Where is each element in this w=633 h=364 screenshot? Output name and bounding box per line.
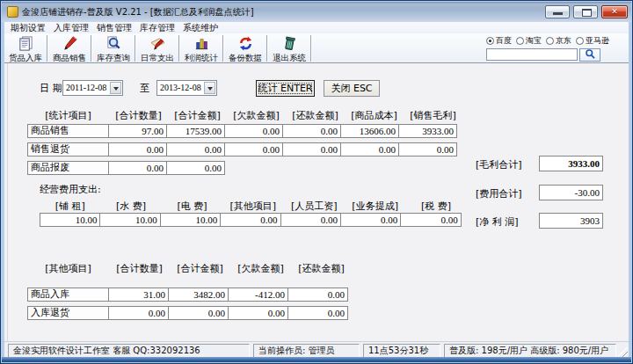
toolbar-exit-button[interactable]: 退出系统 xyxy=(268,33,310,62)
cell: 0.00 xyxy=(220,213,280,227)
date-to-combobox[interactable]: 2013-12-08 xyxy=(156,80,217,96)
toolbar-goods-sale-button[interactable]: 商品销售 xyxy=(48,33,91,62)
table-row-sales: 商品销售 97.00 17539.00 0.00 0.00 13606.00 3… xyxy=(27,124,457,138)
cell: 10.00 xyxy=(160,213,221,227)
summary-table-header: [统计项目] [合计数量] [合计金额] [欠款金额] [还款金额] [商品成本… xyxy=(27,109,462,120)
column-header: [人员工资] xyxy=(284,200,345,211)
status-time: 11点53分31秒 xyxy=(363,344,440,358)
radio-label[interactable]: 淘宝 xyxy=(526,35,542,47)
cell: 0.00 xyxy=(166,161,225,175)
radio-label[interactable]: 京东 xyxy=(556,35,571,47)
minimize-button[interactable] xyxy=(545,5,570,18)
toolbar-button-label: 商品销售 xyxy=(53,53,86,62)
gross-profit-value: 3933.00 xyxy=(539,156,603,171)
menu-item-initial-setup[interactable]: 期初设置 xyxy=(7,22,49,33)
cell: 0.00 xyxy=(287,288,348,302)
radio-label[interactable]: 百度 xyxy=(496,35,512,47)
radio-baidu[interactable] xyxy=(486,37,494,45)
column-header: [还款金额] xyxy=(291,262,352,273)
radio-jd[interactable] xyxy=(546,37,554,45)
toolbar-button-label: 库存查询 xyxy=(97,53,130,62)
toolbar-profit-stats-button[interactable]: 利润统计 xyxy=(180,33,222,62)
toolbar-backup-data-button[interactable]: 备份数据 xyxy=(224,33,266,62)
date-from-value: 2011-12-08 xyxy=(66,83,106,92)
cell: 0.00 xyxy=(398,142,457,157)
statistics-button[interactable]: 统计 ENTER xyxy=(256,80,315,97)
toolbar-button-label: 备份数据 xyxy=(229,53,262,62)
chevron-down-icon[interactable] xyxy=(204,82,215,94)
other-table-header: [其他项目] [合计数量] [合计金额] [欠款金额] [还款金额] xyxy=(27,262,352,273)
cell: 97.00 xyxy=(108,124,167,138)
date-to-value: 2013-12-08 xyxy=(160,83,201,92)
menu-item-sales-mgmt[interactable]: 销售管理 xyxy=(93,22,135,33)
toolbar-button-label: 利润统计 xyxy=(185,53,218,62)
chevron-down-icon[interactable] xyxy=(110,82,121,94)
menu-item-system-maint[interactable]: 系统维护 xyxy=(179,22,222,33)
sync-arrows-icon xyxy=(237,35,254,52)
column-header: [业务提成] xyxy=(345,200,405,211)
toolbar: 货品入库 商品销售 库存查询 日常支出 利润统计 xyxy=(4,33,629,63)
table-row-scrapped: 商品报废 0.00 0.00 xyxy=(27,161,225,175)
close-button[interactable] xyxy=(601,5,628,18)
status-vendor: 金浚实用软件设计工作室 客服 QQ:332092136 xyxy=(8,344,250,358)
cell: 0.00 xyxy=(108,306,169,320)
cell: 0.00 xyxy=(224,124,283,138)
radio-amazon[interactable] xyxy=(576,37,584,45)
row-label: 商品销售 xyxy=(27,124,109,138)
statistics-panel: 日 期 2011-12-08 至 2013-12-08 统计 ENTER 关闭 … xyxy=(4,63,629,341)
search-button[interactable] xyxy=(579,48,600,62)
pencil-icon xyxy=(62,35,78,52)
toolbar-daily-expense-button[interactable]: 日常支出 xyxy=(136,33,178,62)
search-icon xyxy=(585,47,596,63)
toolbar-stock-query-button[interactable]: 库存查询 xyxy=(92,33,135,62)
search-input[interactable] xyxy=(486,48,578,61)
window-title: 金浚店铺进销存-普及版 V2.21 - [数据汇总及利润盘点统计] xyxy=(22,2,254,22)
status-pricing: 普及版: 198元/用户 高级版: 980元/用户 xyxy=(444,344,616,358)
expense-total-label: [费用合计] xyxy=(476,187,522,200)
column-header: [税 费] xyxy=(405,200,466,211)
cell: 0.00 xyxy=(228,306,288,320)
cell: 3482.00 xyxy=(168,288,229,302)
to-label: 至 xyxy=(140,82,149,95)
menu-item-inbound-mgmt[interactable]: 入库管理 xyxy=(50,22,92,33)
column-header: [合计金额] xyxy=(170,262,230,273)
expenses-values-row: 10.00 10.00 10.00 0.00 0.00 0.00 0.00 xyxy=(40,213,462,227)
cell: 17539.00 xyxy=(166,124,225,138)
column-header: [统计项目] xyxy=(27,109,109,120)
expenses-title: 经营费用支出: xyxy=(40,183,101,196)
cell: 0.00 xyxy=(340,213,401,227)
app-icon xyxy=(7,6,18,18)
column-header: [合计数量] xyxy=(109,262,170,273)
table-row-inbound-returns: 入库退货 0.00 0.00 0.00 0.00 xyxy=(27,306,348,320)
radio-label[interactable]: 亚马逊 xyxy=(586,35,609,47)
column-header: [水 费] xyxy=(100,200,161,211)
toolbar-goods-inbound-button[interactable]: 货品入库 xyxy=(4,33,47,62)
cell: -412.00 xyxy=(228,288,288,302)
column-header: [销售毛利] xyxy=(404,109,462,120)
cell: 0.00 xyxy=(280,213,341,227)
toolbar-button-label: 货品入库 xyxy=(9,53,42,62)
table-row-sales-returns: 销售退货 0.00 0.00 0.00 0.00 0.00 0.00 xyxy=(27,142,457,157)
cell: 13606.00 xyxy=(340,124,399,138)
column-header: [合计数量] xyxy=(109,109,168,120)
toolbar-separator xyxy=(310,35,312,62)
cell: 10.00 xyxy=(40,213,100,227)
trash-icon xyxy=(281,35,298,52)
cell: 0.00 xyxy=(282,142,341,157)
column-header: [铺 租] xyxy=(40,200,100,211)
gross-profit-label: [毛利合计] xyxy=(476,158,522,171)
radio-taobao[interactable] xyxy=(516,37,524,45)
row-label: 销售退货 xyxy=(27,142,109,157)
menu-bar: 期初设置 入库管理 销售管理 库存管理 系统维护 xyxy=(4,22,629,33)
column-header: [其他项目] xyxy=(27,262,109,273)
close-esc-button[interactable]: 关闭 ESC xyxy=(324,80,380,97)
cell: 0.00 xyxy=(166,142,225,157)
cell: 0.00 xyxy=(224,142,283,157)
title-bar: 金浚店铺进销存-普及版 V2.21 - [数据汇总及利润盘点统计] xyxy=(2,2,631,22)
menu-item-stock-mgmt[interactable]: 库存管理 xyxy=(136,22,178,33)
restore-button[interactable] xyxy=(573,5,598,18)
column-header: [商品成本] xyxy=(345,109,404,120)
row-label: 商品报废 xyxy=(27,161,109,175)
web-search-group: 百度 淘宝 京东 亚马逊 xyxy=(486,35,627,62)
date-from-combobox[interactable]: 2011-12-08 xyxy=(62,80,123,96)
